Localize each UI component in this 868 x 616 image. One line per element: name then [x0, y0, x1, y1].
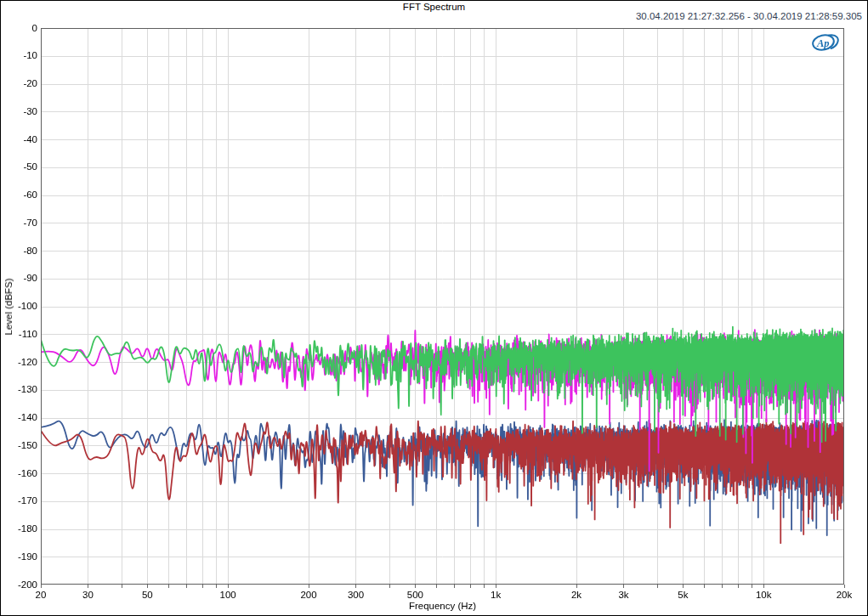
y-tick-label: -80	[1, 246, 37, 257]
y-tick-label: -50	[1, 161, 37, 172]
spectrum-plot-canvas	[1, 1, 868, 616]
y-tick-label: 0	[1, 23, 37, 34]
y-tick-label: -10	[1, 50, 37, 61]
y-tick-label: -150	[1, 440, 37, 451]
x-tick-label: 100	[204, 590, 252, 601]
x-tick-label: 2k	[553, 590, 600, 601]
y-tick-label: -170	[1, 495, 37, 506]
y-tick-label: -160	[1, 468, 37, 479]
y-tick-label: -190	[1, 551, 37, 562]
ap-logo: Ap	[810, 33, 841, 52]
x-tick-label: 500	[391, 590, 439, 601]
x-axis-label: Frequency (Hz)	[41, 601, 844, 611]
x-tick-label: 1k	[472, 590, 519, 601]
y-tick-label: -70	[1, 218, 37, 229]
y-tick-label: -200	[1, 579, 37, 591]
x-tick-label: 20	[17, 590, 65, 601]
y-tick-label: -30	[1, 106, 37, 117]
x-tick-label: 20k	[820, 590, 868, 601]
y-tick-label: -40	[1, 134, 37, 145]
x-tick-label: 10k	[740, 590, 787, 601]
y-tick-label: -100	[1, 301, 37, 312]
y-tick-label: -130	[1, 384, 37, 395]
y-tick-label: -90	[1, 273, 37, 284]
ap-logo-text: Ap	[816, 37, 830, 49]
y-tick-label: -180	[1, 523, 37, 534]
x-tick-label: 200	[285, 590, 332, 601]
y-tick-label: -20	[1, 78, 37, 89]
y-tick-label: -120	[1, 357, 37, 368]
y-tick-label: -60	[1, 189, 37, 201]
x-tick-label: 3k	[599, 590, 647, 601]
y-tick-label: -140	[1, 412, 37, 423]
x-tick-label: 50	[123, 590, 171, 601]
fft-spectrum-window: FFT Spectrum 30.04.2019 21:27:32.256 - 3…	[0, 0, 868, 616]
y-tick-label: -110	[1, 329, 37, 340]
x-tick-label: 5k	[659, 590, 706, 601]
x-tick-label: 30	[64, 590, 111, 601]
x-tick-label: 300	[332, 590, 379, 601]
